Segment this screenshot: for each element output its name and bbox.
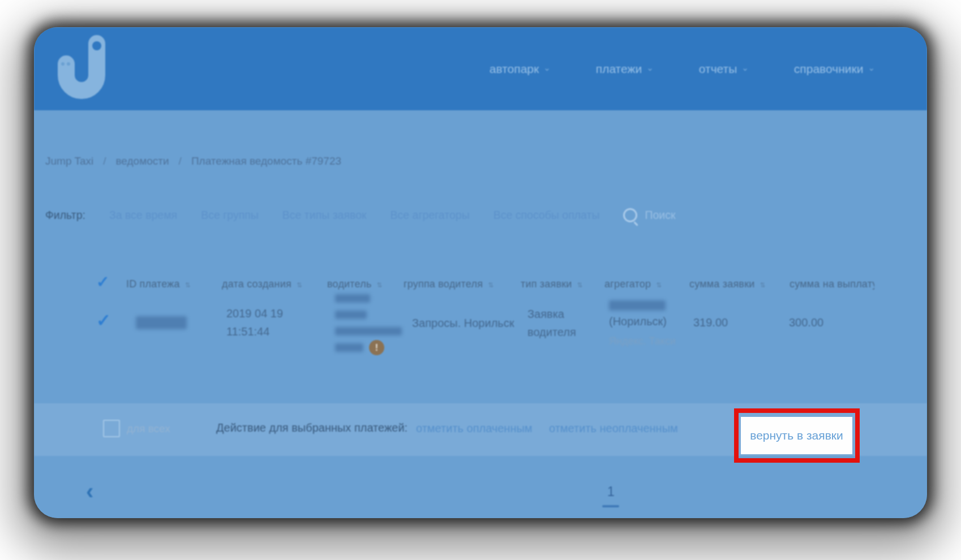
pagination-active-underline (602, 505, 619, 507)
redacted-driver-name (335, 294, 370, 303)
sort-icon: ⇅ (577, 281, 583, 289)
sort-icon: ⇅ (297, 281, 302, 289)
column-header-label: тип заявки (521, 278, 572, 290)
sort-icon: ⇅ (376, 281, 382, 289)
row-payout-sum: 300.00 (789, 316, 823, 329)
search-group (623, 208, 718, 222)
redacted-payment-id (136, 316, 187, 329)
chevron-down-icon: ⌄ (868, 63, 875, 73)
breadcrumb-current-page: Платежная ведомость #79723 (191, 155, 341, 167)
mark-paid-button[interactable]: отметить оплаченным (416, 422, 533, 435)
annotation-highlight-red-box (734, 408, 860, 463)
redacted-driver-name (335, 327, 402, 335)
column-header-aggregator[interactable]: агрегатор⇅ (604, 278, 662, 290)
mark-unpaid-button[interactable]: отметить неоплаченным (549, 422, 678, 435)
bulk-actions-caption: Действие для выбранных платежей: (216, 421, 407, 434)
row-driver-group: Запросы. Норильск (412, 317, 514, 330)
column-header-payment-id[interactable]: ID платежа⇅ (126, 278, 191, 290)
filter-label: Фильтр: (45, 209, 85, 222)
nav-item-directories[interactable]: справочники ⌄ (794, 62, 875, 76)
breadcrumb-vedomosti[interactable]: ведомости (115, 155, 169, 167)
select-all-label: для всех (127, 423, 170, 435)
chevron-down-icon: ⌄ (741, 63, 749, 73)
chevron-down-icon: ⌄ (543, 63, 551, 73)
sort-icon: ⇅ (656, 281, 662, 289)
select-all-checkbox[interactable] (103, 420, 120, 437)
filter-payment-methods[interactable]: Все способы оплаты (494, 209, 600, 222)
filter-bar: Фильтр: За все время Все группы Все типы… (45, 208, 718, 222)
sort-icon: ⇅ (488, 281, 494, 289)
filter-groups[interactable]: Все группы (201, 209, 259, 222)
column-header-driver[interactable]: водитель⇅ (327, 278, 383, 290)
nav-item-autopark[interactable]: автопарк ⌄ (490, 62, 551, 76)
row-created-date-line2: 11:51:44 (226, 325, 269, 338)
column-header-label: водитель (327, 278, 371, 290)
nav-item-label: платежи (596, 62, 642, 76)
filter-request-types[interactable]: Все типы заявок (282, 209, 367, 222)
nav-item-payments[interactable]: платежи ⌄ (596, 62, 654, 76)
breadcrumb-separator: / (179, 155, 182, 167)
redacted-driver-name (335, 311, 367, 319)
breadcrumb-home[interactable]: Jump Taxi (45, 155, 93, 167)
column-header-request-type[interactable]: тип заявки⇅ (521, 278, 583, 290)
redacted-aggregator-name (609, 300, 666, 311)
row-request-sum: 319.00 (693, 316, 728, 329)
row-request-type-line1: Заявка (527, 308, 564, 321)
column-header-label: сумма на выплату (790, 278, 874, 290)
column-header-driver-group[interactable]: группа водителя⇅ (404, 278, 494, 290)
column-header-label: агрегатор (604, 278, 651, 290)
column-header-payout-sum[interactable]: сумма на выплату (790, 278, 874, 290)
chevron-down-icon: ⌄ (646, 63, 654, 73)
column-header-created-date[interactable]: дата создания⇅ (222, 278, 302, 290)
pagination-page-1[interactable]: 1 (607, 484, 615, 499)
redacted-driver-name (335, 343, 363, 352)
search-input[interactable] (645, 209, 718, 222)
breadcrumb-separator: / (103, 155, 106, 167)
top-header-bar: автопарк ⌄ платежи ⌄ отчеты ⌄ справочник… (34, 27, 927, 110)
column-header-label: ID платежа (126, 278, 180, 290)
column-header-label: группа водителя (404, 278, 483, 290)
nav-item-reports[interactable]: отчеты ⌄ (699, 62, 749, 76)
sort-icon: ⇅ (185, 281, 191, 289)
row-created-date-line1: 2019 04 19 (226, 307, 283, 320)
search-icon (623, 208, 637, 222)
column-header-request-sum[interactable]: сумма заявки⇅ (689, 278, 766, 290)
screenshot-stage: автопарк ⌄ платежи ⌄ отчеты ⌄ справочник… (0, 0, 961, 560)
filter-time-range[interactable]: За все время (109, 209, 177, 222)
nav-item-label: справочники (794, 62, 864, 76)
row-aggregator-city: (Норильск) (609, 315, 667, 328)
row-selected-check-icon[interactable]: ✓ (96, 310, 111, 331)
column-header-label: дата создания (222, 278, 291, 290)
main-navigation: автопарк ⌄ платежи ⌄ отчеты ⌄ справочник… (490, 27, 927, 110)
jump-taxi-logo-icon (53, 35, 116, 104)
row-aggregator-service: Яндекс. Такси (609, 335, 676, 347)
column-header-label: сумма заявки (689, 278, 754, 290)
nav-item-label: автопарк (490, 62, 539, 76)
sort-icon: ⇅ (760, 281, 765, 289)
app-window: автопарк ⌄ платежи ⌄ отчеты ⌄ справочник… (34, 27, 927, 518)
row-request-type-line2: водителя (527, 326, 576, 339)
driver-warning-icon[interactable]: ! (369, 340, 384, 355)
pagination-prev-icon[interactable]: ‹ (86, 479, 93, 504)
filter-aggregators[interactable]: Все агрегаторы (391, 209, 470, 222)
select-all-check-icon[interactable]: ✓ (96, 273, 109, 291)
nav-item-label: отчеты (699, 62, 737, 76)
breadcrumb: Jump Taxi / ведомости / Платежная ведомо… (45, 155, 341, 167)
